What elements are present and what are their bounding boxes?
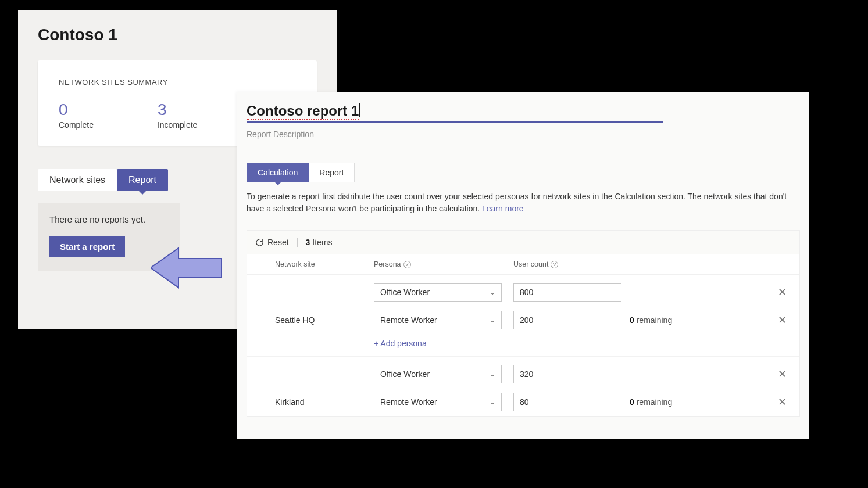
remaining-value: 0 [630,397,634,407]
tab-network-sites[interactable]: Network sites [38,169,117,191]
chevron-down-icon: ⌄ [490,316,495,324]
user-count-input[interactable] [513,311,621,329]
col-user-count: User count ? [513,260,630,268]
persona-row: Kirkland Remote Worker ⌄ 0 remaining ✕ [247,393,799,411]
persona-select[interactable]: Office Worker ⌄ [374,365,502,383]
report-section-tabs: Calculation Report [247,163,800,182]
remaining-text: 0 remaining [630,397,765,407]
site-name: Kirkland [275,397,374,407]
remove-row-button[interactable]: ✕ [765,286,799,299]
toolbar-divider [297,238,298,247]
calculation-grid: Reset 3 Items Network site Persona ? Use… [247,230,800,417]
stat-complete-label: Complete [59,120,94,130]
persona-select[interactable]: Remote Worker ⌄ [374,311,502,329]
persona-value: Office Worker [380,288,430,297]
info-icon[interactable]: ? [403,261,411,268]
tab-calculation[interactable]: Calculation [247,163,309,182]
grid-toolbar: Reset 3 Items [247,231,799,254]
start-report-button[interactable]: Start a report [49,236,125,257]
persona-value: Office Worker [380,369,430,379]
persona-select[interactable]: Office Worker ⌄ [374,283,502,302]
remaining-value: 0 [630,315,634,325]
remove-row-button[interactable]: ✕ [765,368,799,381]
persona-row: Seattle HQ Remote Worker ⌄ 0 remaining ✕ [247,311,799,329]
report-empty-state: There are no reports yet. Start a report [38,203,180,271]
col-persona: Persona ? [374,260,513,268]
remaining-text: 0 remaining [630,315,765,325]
user-count-input[interactable] [513,365,621,383]
user-count-input[interactable] [513,283,621,302]
reset-button[interactable]: Reset [255,238,289,247]
persona-select[interactable]: Remote Worker ⌄ [374,393,502,411]
chevron-down-icon: ⌄ [490,398,495,406]
summary-heading: NETWORK SITES SUMMARY [59,78,296,87]
persona-row: Office Worker ⌄ ✕ [247,365,799,383]
page-title: Contoso 1 [38,26,317,44]
remaining-label: remaining [637,315,672,325]
col-user-count-label: User count [513,260,548,268]
info-icon[interactable]: ? [551,261,558,268]
chevron-down-icon: ⌄ [490,370,495,378]
stat-incomplete: 3 Incomplete [158,101,197,130]
stat-complete: 0 Complete [59,101,94,130]
learn-more-link[interactable]: Learn more [482,204,524,213]
remove-row-button[interactable]: ✕ [765,314,799,326]
remove-row-button[interactable]: ✕ [765,396,799,408]
stat-incomplete-value: 3 [158,101,197,119]
site-name: Seattle HQ [275,315,374,325]
reset-label: Reset [267,238,289,247]
add-persona-button[interactable]: + Add persona [374,339,799,348]
site-block: Office Worker ⌄ ✕ Kirkland Remote Worker… [247,357,799,416]
refresh-icon [255,238,264,247]
stat-complete-value: 0 [59,101,94,119]
report-title-field[interactable]: Contoso report 1 [247,103,663,123]
stat-incomplete-label: Incomplete [158,120,197,130]
item-count-label: Items [312,238,332,247]
grid-header: Network site Persona ? User count ? [247,254,799,275]
persona-value: Remote Worker [380,315,437,325]
persona-row: Office Worker ⌄ ✕ [247,283,799,302]
item-count: 3 Items [306,238,333,247]
tab-report-view[interactable]: Report [309,163,355,182]
chevron-down-icon: ⌄ [490,288,495,296]
no-reports-text: There are no reports yet. [49,214,168,224]
report-title-text: Contoso report 1 [247,103,359,120]
item-count-number: 3 [306,238,310,247]
persona-value: Remote Worker [380,397,437,407]
remaining-label: remaining [637,397,672,407]
col-persona-label: Persona [374,260,401,268]
instruction-text: To generate a report first distribute th… [247,191,793,215]
report-editor-panel: Contoso report 1 Report Description Calc… [237,92,809,439]
col-network-site: Network site [275,260,374,268]
report-description-field[interactable]: Report Description [247,130,663,145]
user-count-input[interactable] [513,393,621,411]
tab-report[interactable]: Report [117,169,168,191]
site-block: Office Worker ⌄ ✕ Seattle HQ Remote Work… [247,275,799,357]
text-cursor [359,103,360,117]
